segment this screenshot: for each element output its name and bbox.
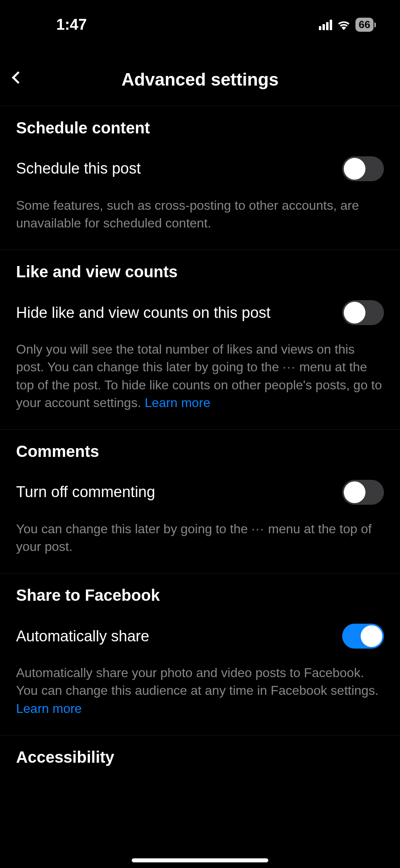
helper-comments: You can change this later by going to th… <box>16 520 384 555</box>
toggle-automatically-share[interactable] <box>342 624 384 649</box>
helper-facebook: Automatically share your photo and video… <box>16 664 384 717</box>
section-title-comments: Comments <box>16 442 384 461</box>
section-title-facebook: Share to Facebook <box>16 586 384 604</box>
back-button[interactable] <box>8 68 28 88</box>
home-indicator[interactable] <box>132 858 268 862</box>
learn-more-likes-link[interactable]: Learn more <box>145 395 210 410</box>
chevron-left-icon <box>12 71 24 84</box>
section-title-accessibility: Accessibility <box>16 748 384 766</box>
more-menu-dots-icon: ··· <box>251 522 265 536</box>
row-hide-likes: Hide like and view counts on this post <box>16 300 384 325</box>
label-schedule-this-post: Schedule this post <box>16 159 334 178</box>
row-automatically-share: Automatically share <box>16 624 384 649</box>
more-menu-dots-icon: ··· <box>283 360 296 374</box>
section-comments: Comments Turn off commenting You can cha… <box>0 430 400 573</box>
toggle-turn-off-commenting[interactable] <box>342 480 384 505</box>
label-automatically-share: Automatically share <box>16 626 334 646</box>
helper-schedule: Some features, such as cross-posting to … <box>16 197 384 232</box>
section-schedule: Schedule content Schedule this post Some… <box>0 106 400 250</box>
section-title-likes: Like and view counts <box>16 263 384 281</box>
label-turn-off-commenting: Turn off commenting <box>16 482 334 502</box>
cell-signal-icon <box>319 20 332 30</box>
learn-more-facebook-link[interactable]: Learn more <box>16 701 82 716</box>
battery-icon: 66 <box>355 18 373 32</box>
toggle-hide-likes[interactable] <box>342 300 384 325</box>
row-schedule-this-post: Schedule this post <box>16 156 384 181</box>
section-title-schedule: Schedule content <box>16 119 384 137</box>
wifi-icon <box>337 20 351 30</box>
section-facebook: Share to Facebook Automatically share Au… <box>0 573 400 735</box>
header: Advanced settings <box>0 45 400 106</box>
status-right: 66 <box>319 18 376 32</box>
battery-level: 66 <box>359 18 370 31</box>
status-bar: 1:47 66 <box>0 0 400 45</box>
row-turn-off-commenting: Turn off commenting <box>16 480 384 505</box>
helper-likes: Only you will see the total number of li… <box>16 340 384 411</box>
section-likes: Like and view counts Hide like and view … <box>0 250 400 430</box>
status-time: 1:47 <box>56 16 87 33</box>
toggle-schedule-this-post[interactable] <box>342 156 384 181</box>
label-hide-likes: Hide like and view counts on this post <box>16 303 334 323</box>
section-accessibility: Accessibility <box>0 735 400 784</box>
page-title: Advanced settings <box>121 70 278 90</box>
